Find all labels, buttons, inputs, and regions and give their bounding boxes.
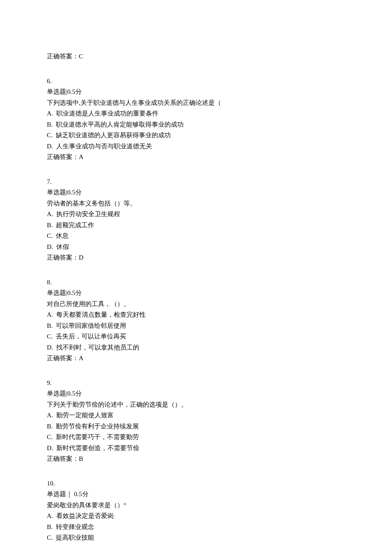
- option-text: 新时代需要创造，不需要节俭: [56, 445, 139, 451]
- option-letter: C.: [47, 333, 53, 340]
- option-letter: A.: [47, 211, 53, 217]
- option-a: A. 每天都要清点数量，检查完好性: [47, 309, 345, 321]
- option-b: B. 职业道德水平高的人肯定能够取得事业的成功: [47, 119, 345, 130]
- question-number: 8.: [47, 277, 345, 288]
- option-letter: D.: [47, 143, 53, 150]
- option-d: D. 找不到时，可以拿其他员工的: [47, 342, 345, 353]
- option-d: D. 新时代需要创造，不需要节俭: [47, 443, 345, 454]
- option-letter: A.: [47, 412, 53, 419]
- option-letter: A.: [47, 110, 53, 117]
- question-10: 10. 单选题｜ 0.5分 爱岗敬业的具体要求是（）° A. 看效益决定是否爱岗…: [47, 478, 345, 543]
- question-9: 9. 单选题|0.5分 下列关于勤劳节俭的论述中，正确的选项是（）。 A. 勤劳…: [47, 378, 345, 465]
- question-number: 6.: [47, 76, 345, 87]
- option-letter: C.: [47, 132, 53, 139]
- option-letter: D.: [47, 344, 53, 351]
- option-text: 找不到时，可以拿其他员工的: [56, 344, 139, 351]
- option-letter: D.: [47, 445, 53, 451]
- option-a: A. 职业道德是人生事业成功的重要条件: [47, 108, 345, 119]
- option-text: 丢失后，可以让单位再买: [56, 333, 126, 340]
- option-a: A. 看效益决定是否爱岗: [47, 511, 345, 522]
- option-c: C. 新时代需要巧干，不需要勤劳: [47, 432, 345, 443]
- question-meta: 单选题｜ 0.5分: [47, 489, 345, 500]
- option-letter: A.: [47, 311, 53, 318]
- option-letter: C.: [47, 534, 53, 541]
- option-text: 执行劳动安全卫生规程: [56, 211, 120, 217]
- question-meta: 单选题|0.5分: [47, 187, 345, 198]
- question-meta: 单选题|0.5分: [47, 288, 345, 299]
- correct-answer: 正确答案：B: [47, 454, 345, 465]
- question-meta: 单选题|0.5分: [47, 87, 345, 98]
- option-text: 休息: [56, 232, 69, 239]
- correct-answer: 正确答案：A: [47, 353, 345, 364]
- option-text: 提高职业技能: [56, 534, 94, 541]
- correct-answer: 正确答案：A: [47, 152, 345, 163]
- option-d: D. 人生事业成功与否与职业道德无关: [47, 141, 345, 152]
- option-b: B. 超额完成工作: [47, 220, 345, 231]
- option-letter: D.: [47, 243, 53, 250]
- option-text: 新时代需要巧干，不需要勤劳: [56, 434, 139, 440]
- option-b: B. 可以带回家借给邻居使用: [47, 321, 345, 332]
- question-8: 8. 单选题|0.5分 对自己所使用的工具，（）。 A. 每天都要清点数量，检查…: [47, 277, 345, 364]
- option-c: C. 休息: [47, 231, 345, 242]
- question-number: 9.: [47, 378, 345, 389]
- question-meta: 单选题|0.5分: [47, 388, 345, 399]
- question-stem: 下列选项中,关于职业道德与人生事业成功关系的正确论述是（: [47, 98, 345, 109]
- option-b: B. 转变择业观念: [47, 522, 345, 533]
- question-stem: 下列关于勤劳节俭的论述中，正确的选项是（）。: [47, 399, 345, 410]
- option-text: 勤劳节俭有利于企业持续发展: [56, 423, 139, 430]
- correct-answer: 正确答案：D: [47, 252, 345, 263]
- option-letter: C.: [47, 434, 53, 440]
- option-d: D. 休假: [47, 242, 345, 253]
- option-text: 转变择业观念: [56, 523, 94, 530]
- option-text: 职业道德是人生事业成功的重要条件: [56, 110, 159, 117]
- option-text: 人生事业成功与否与职业道德无关: [56, 143, 152, 150]
- question-stem: 对自己所使用的工具，（）。: [47, 299, 345, 310]
- option-b: B. 勤劳节俭有利于企业持续发展: [47, 421, 345, 432]
- option-c: C. 丢失后，可以让单位再买: [47, 331, 345, 342]
- option-letter: B.: [47, 222, 53, 228]
- question-stem: 爱岗敬业的具体要求是（）°: [47, 500, 345, 511]
- question-number: 10.: [47, 478, 345, 489]
- question-7: 7. 单选题|0.5分 劳动者的基本义务包括（）等。 A. 执行劳动安全卫生规程…: [47, 176, 345, 263]
- option-letter: C.: [47, 232, 53, 239]
- option-text: 缺乏职业道德的人更容易获得事业的成功: [56, 132, 171, 139]
- option-letter: B.: [47, 121, 53, 128]
- question-6: 6. 单选题|0.5分 下列选项中,关于职业道德与人生事业成功关系的正确论述是（…: [47, 76, 345, 163]
- option-text: 可以带回家借给邻居使用: [56, 322, 126, 329]
- question-number: 7.: [47, 176, 345, 188]
- option-letter: B.: [47, 423, 53, 430]
- option-letter: A.: [47, 512, 53, 519]
- option-text: 看效益决定是否爱岗: [56, 512, 114, 519]
- option-letter: B.: [47, 523, 53, 530]
- previous-correct-answer: 正确答案：C: [47, 51, 345, 62]
- option-text: 勤劳一定能使人致富: [56, 412, 114, 419]
- option-text: 休假: [56, 243, 69, 250]
- option-text: 职业道德水平高的人肯定能够取得事业的成功: [56, 121, 184, 128]
- question-stem: 劳动者的基本义务包括（）等。: [47, 198, 345, 209]
- option-c: C. 提高职业技能: [47, 532, 345, 543]
- option-letter: B.: [47, 322, 53, 329]
- option-text: 每天都要清点数量，检查完好性: [56, 311, 146, 318]
- option-text: 超额完成工作: [56, 222, 94, 228]
- option-c: C. 缺乏职业道德的人更容易获得事业的成功: [47, 130, 345, 141]
- option-a: A. 勤劳一定能使人致富: [47, 410, 345, 421]
- option-a: A. 执行劳动安全卫生规程: [47, 209, 345, 220]
